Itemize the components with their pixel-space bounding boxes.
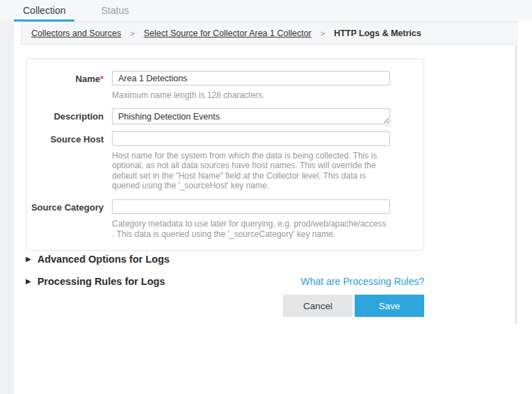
description-textarea[interactable]: Phishing Detection Events [112, 108, 390, 124]
tab-collection-label: Collection [23, 5, 65, 16]
source-category-field-row: Source Category Category metadata to use… [26, 199, 424, 239]
name-field-row: Name* Maximum name length is 128 charact… [26, 71, 424, 101]
breadcrumb-separator-icon: > [130, 29, 134, 38]
processing-rules-toggle[interactable]: ▶ Processing Rules for Logs [26, 276, 165, 287]
cancel-button[interactable]: Cancel [283, 295, 353, 317]
name-helper-text: Maximum name length is 128 characters. [112, 90, 390, 101]
advanced-options-title: Advanced Options for Logs [38, 254, 170, 265]
tab-status-label: Status [101, 5, 129, 16]
left-gutter [0, 22, 14, 394]
top-tab-bar: Collection Status [0, 0, 532, 22]
processing-rules-section: ▶ Processing Rules for Logs What are Pro… [26, 276, 424, 287]
save-button[interactable]: Save [355, 295, 424, 317]
source-category-input[interactable] [112, 199, 390, 214]
caret-right-icon: ▶ [26, 278, 31, 285]
name-input[interactable] [112, 71, 390, 85]
form-actions: Cancel Save [26, 295, 424, 317]
required-asterisk: * [100, 74, 104, 84]
description-field-row: Description Phishing Detection Events [26, 108, 424, 124]
caret-right-icon: ▶ [26, 256, 31, 263]
tab-collection[interactable]: Collection [14, 1, 74, 22]
source-host-label: Source Host [26, 131, 104, 191]
breadcrumb-separator-icon: > [321, 29, 325, 38]
source-host-field-row: Source Host Host name for the system fro… [26, 131, 424, 191]
source-category-label: Source Category [26, 199, 104, 239]
source-host-input[interactable] [112, 131, 390, 146]
source-category-helper-text: Category metadata to use later for query… [112, 219, 390, 239]
source-host-helper-text: Host name for the system from which the … [112, 151, 390, 191]
breadcrumb-current-page: HTTP Logs & Metrics [334, 28, 421, 38]
processing-rules-title: Processing Rules for Logs [38, 276, 166, 287]
advanced-options-section: ▶ Advanced Options for Logs [26, 254, 424, 265]
description-label: Description [26, 108, 104, 124]
source-config-form: Name* Maximum name length is 128 charact… [26, 58, 424, 251]
breadcrumb: Collectors and Sources > Select Source f… [21, 22, 518, 44]
what-are-processing-rules-link[interactable]: What are Processing Rules? [301, 276, 424, 287]
scrollbar-track[interactable] [515, 46, 517, 324]
breadcrumb-collectors-and-sources[interactable]: Collectors and Sources [31, 28, 121, 38]
breadcrumb-select-source[interactable]: Select Source for Collector Area 1 Colle… [144, 28, 312, 38]
tab-status[interactable]: Status [92, 1, 138, 22]
name-label: Name* [26, 71, 104, 101]
advanced-options-toggle[interactable]: ▶ Advanced Options for Logs [26, 254, 170, 265]
